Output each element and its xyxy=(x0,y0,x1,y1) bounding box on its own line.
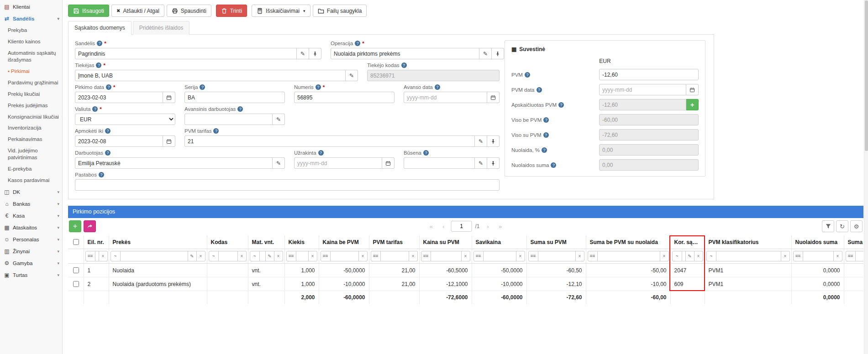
scrollbar-thumb[interactable] xyxy=(865,0,868,151)
cell-pvm_klas[interactable]: PVM1 xyxy=(705,277,791,291)
filter-input-suma_be_pvm_nuolaida[interactable] xyxy=(598,251,660,261)
pvm-input[interactable] xyxy=(599,69,699,80)
sidebar-item-dk[interactable]: ◫DK▾ xyxy=(0,186,62,198)
filter-input-prekes[interactable] xyxy=(121,251,188,261)
sidebar-subitem-pardavimu-grazinimai[interactable]: Pardavimų grąžinimai xyxy=(0,77,62,88)
page-input[interactable] xyxy=(451,221,472,232)
filter-input-savikaina[interactable] xyxy=(484,251,516,261)
help-icon[interactable]: ? xyxy=(551,162,556,168)
help-icon[interactable]: ? xyxy=(96,62,101,68)
cell-kor_sask[interactable]: 2047 xyxy=(670,264,705,277)
filter-input-suma[interactable] xyxy=(856,251,864,261)
sidebar-subitem-inventorizacija[interactable]: Inventorizacija xyxy=(0,122,62,134)
filter-clear-button-kodas[interactable]: × xyxy=(238,251,247,261)
cell-nuolaidos_suma[interactable]: 0,0000 xyxy=(791,264,844,277)
help-icon[interactable]: ? xyxy=(543,117,549,123)
column-header-kodas[interactable]: Kodas xyxy=(207,235,248,249)
help-icon[interactable]: ? xyxy=(105,150,110,156)
sidebar-item-bankas[interactable]: ⌂Bankas▾ xyxy=(0,198,62,210)
sidebar-item-gamyba[interactable]: ⚙Gamyba▾ xyxy=(0,257,62,269)
filter-clear-button-mat_vnt[interactable]: × xyxy=(274,251,283,261)
help-icon[interactable]: ? xyxy=(423,150,429,156)
filter-operator-kodas[interactable]: ~ xyxy=(209,251,219,261)
cell-pvm_klas[interactable]: PVM1 xyxy=(705,264,791,277)
help-icon[interactable]: ? xyxy=(105,128,110,134)
cell-nr[interactable]: 2 xyxy=(84,277,109,291)
pastabos-input[interactable] xyxy=(75,179,500,191)
column-header-kaina_su_pvm[interactable]: Kaina su PVM xyxy=(419,235,472,249)
select-all-checkbox[interactable] xyxy=(73,239,79,245)
filter-operator-kaina_su_pvm[interactable]: == xyxy=(421,251,431,261)
sidebar-subitem-kasos-pardavimai[interactable]: Kasos pardavimai xyxy=(0,175,62,186)
apmoketi-iki-input[interactable] xyxy=(75,135,163,147)
cell-kodas[interactable] xyxy=(207,277,248,291)
darbuotojas-edit-button[interactable]: ✎ xyxy=(273,157,285,169)
darbuotojas-input[interactable] xyxy=(75,157,273,169)
cell-kor_sask[interactable]: 609 xyxy=(670,277,705,291)
settings-button[interactable]: ⚙ xyxy=(850,220,863,232)
sidebar-subitem-kliento-kainos[interactable]: Kliento kainos xyxy=(0,36,62,47)
busena-pin-button[interactable] xyxy=(487,157,500,169)
filter-clear-button-pvm_klas[interactable]: × xyxy=(781,251,790,261)
filter-input-pvm_tarifas[interactable] xyxy=(381,251,409,261)
help-icon[interactable]: ? xyxy=(213,128,219,134)
pvm-data-input[interactable] xyxy=(599,84,686,95)
filter-operator-suma[interactable]: == xyxy=(846,251,856,261)
sidebar-item-personalas[interactable]: ☺Personalas▾ xyxy=(0,234,62,245)
cell-savikaina[interactable]: -50,0000 xyxy=(472,264,526,277)
filter-clear-button-nr[interactable]: × xyxy=(99,251,108,261)
deductions-dropdown-button[interactable]: Išskaičiavimai ▾ xyxy=(252,5,310,17)
column-header-pvm_tarifas[interactable]: PVM tarifas xyxy=(369,235,419,249)
last-page-button[interactable]: » xyxy=(495,221,505,232)
cell-kaina_be_pvm[interactable]: -10,0000 xyxy=(319,277,369,291)
busena-input[interactable] xyxy=(404,157,475,169)
help-icon[interactable]: ? xyxy=(237,106,243,112)
avansinis-darbuotojas-input[interactable] xyxy=(184,114,273,125)
row-checkbox[interactable] xyxy=(73,267,79,273)
help-icon[interactable]: ? xyxy=(543,132,549,138)
help-icon[interactable]: ? xyxy=(318,150,324,156)
sidebar-subitem-pirkimai[interactable]: •Pirkimai xyxy=(0,66,62,77)
delete-button[interactable]: Trinti xyxy=(216,5,247,17)
sidebar-subitem-prekes-judejimas[interactable]: Prekės judėjimas xyxy=(0,100,62,111)
sidebar-subitem-prekiu-likuciai[interactable]: Prekių likučiai xyxy=(0,88,62,100)
numeris-input[interactable] xyxy=(294,92,395,103)
cell-suma[interactable] xyxy=(844,264,863,277)
filter-edit-button-mat_vnt[interactable]: ✎ xyxy=(266,251,274,261)
filter-input-kaina_su_pvm[interactable] xyxy=(431,251,462,261)
filter-input-kaina_be_pvm[interactable] xyxy=(331,251,359,261)
sidebar-subitem-e-prekyba[interactable]: E-prekyba xyxy=(0,163,62,175)
cancel-back-button[interactable]: ✖ Atšaukti / Atgal xyxy=(111,5,164,17)
sidebar-item-zinynai[interactable]: ▥Žinynai▾ xyxy=(0,245,62,257)
tiekejas-edit-button[interactable]: ✎ xyxy=(346,70,358,81)
filter-operator-suma_be_pvm_nuolaida[interactable]: == xyxy=(588,251,598,261)
help-icon[interactable]: ? xyxy=(542,147,547,153)
cell-kaina_be_pvm[interactable]: -50,0000 xyxy=(319,264,369,277)
uzrakinta-input[interactable] xyxy=(294,157,382,169)
row-checkbox[interactable] xyxy=(73,281,79,287)
operacija-input[interactable] xyxy=(331,48,479,59)
tiekejas-input[interactable] xyxy=(75,70,346,81)
pirkimo-data-calendar-button[interactable] xyxy=(163,92,175,103)
column-header-prekes[interactable]: Prekės xyxy=(109,235,207,249)
filter-clear-button-pvm_tarifas[interactable]: × xyxy=(409,251,418,261)
cell-pvm_tarifas[interactable]: 21,00 xyxy=(369,264,419,277)
filter-input-mat_vnt[interactable] xyxy=(260,251,266,261)
apmoketi-iki-calendar-button[interactable] xyxy=(163,135,175,147)
column-header-suma[interactable]: Suma xyxy=(844,235,863,249)
cell-kiekis[interactable]: 1,000 xyxy=(284,264,319,277)
sidebar-item-kasa[interactable]: €Kasa▾ xyxy=(0,210,62,222)
filter-operator-nuolaidos_suma[interactable]: == xyxy=(793,251,803,261)
filter-input-pvm_klas[interactable] xyxy=(716,251,781,261)
help-icon[interactable]: ? xyxy=(435,84,440,90)
filter-clear-button-kor_sask[interactable]: × xyxy=(694,251,703,261)
column-header-kaina_be_pvm[interactable]: Kaina be PVM xyxy=(319,235,369,249)
save-button[interactable]: Išsaugoti xyxy=(68,5,109,17)
filter-operator-kaina_be_pvm[interactable]: == xyxy=(321,251,331,261)
vertical-scrollbar[interactable] xyxy=(864,0,868,354)
filter-input-suma_su_pvm[interactable] xyxy=(538,251,576,261)
cell-prekes[interactable]: Nuolaida xyxy=(109,264,207,277)
pvm-tarifas-pin-button[interactable] xyxy=(487,135,500,147)
sidebar-subitem-perkainavimas[interactable]: Perkainavimas xyxy=(0,134,62,145)
help-icon[interactable]: ? xyxy=(316,84,321,90)
